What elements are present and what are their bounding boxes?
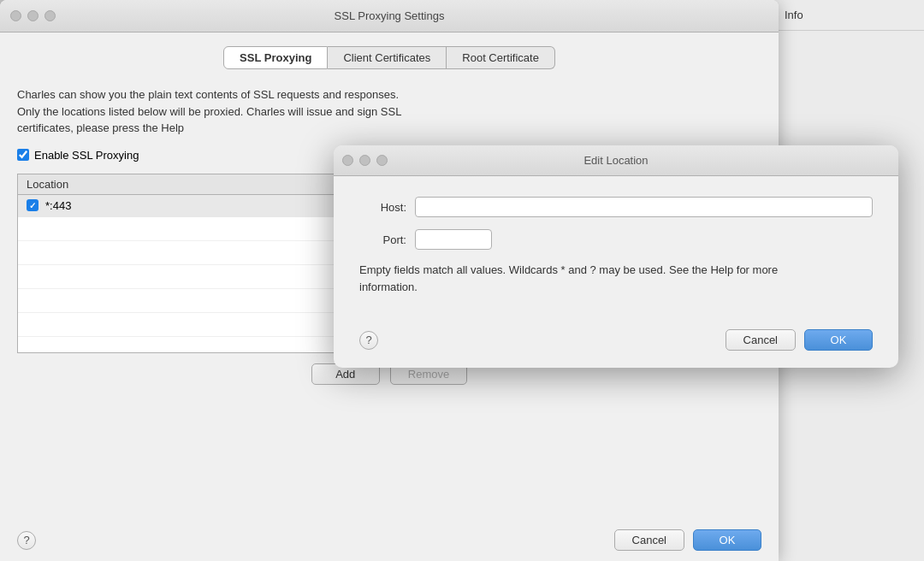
dialog-footer-buttons: Cancel OK [726,329,873,351]
minimize-button[interactable] [27,10,38,21]
dialog-close-button[interactable] [342,155,353,166]
dialog-maximize-button[interactable] [376,155,388,166]
tab-client-certificates[interactable]: Client Certificates [328,46,447,69]
dialog-traffic-lights [342,155,388,166]
enable-ssl-label: Enable SSL Proxying [34,149,139,162]
port-input[interactable] [415,229,492,250]
dialog-minimize-button[interactable] [359,155,370,166]
dialog-title: Edit Location [583,154,648,167]
tab-ssl-proxying[interactable]: SSL Proxying [223,46,328,69]
row-checkbox[interactable] [27,199,38,211]
dialog-footer: ? Cancel OK [334,329,898,368]
dialog-cancel-button[interactable]: Cancel [726,329,796,351]
dialog-ok-button[interactable]: OK [804,329,873,351]
window-footer: ? Cancel OK [0,519,779,561]
window-titlebar: SSL Proxying Settings [0,0,779,32]
host-field-row: Host: [359,197,873,217]
ok-button[interactable]: OK [693,529,761,551]
traffic-lights [10,10,56,21]
host-label: Host: [359,201,406,214]
host-input[interactable] [415,197,873,217]
description-text: Charles can show you the plain text cont… [17,86,761,137]
row-value: *:443 [45,199,71,212]
tab-bar: SSL Proxying Client Certificates Root Ce… [17,46,761,69]
dialog-hint: Empty fields match all values. Wildcards… [359,262,873,295]
port-field-row: Port: [359,229,873,250]
port-label: Port: [359,233,406,246]
dialog-help-button[interactable]: ? [359,331,378,350]
maximize-button[interactable] [44,10,56,21]
cancel-button[interactable]: Cancel [614,529,684,551]
dialog-content: Host: Port: Empty fields match all value… [334,176,898,329]
tab-root-certificate[interactable]: Root Certificate [447,46,555,69]
dialog-titlebar: Edit Location [334,145,898,176]
enable-ssl-checkbox[interactable] [17,149,29,161]
window-title: SSL Proxying Settings [335,9,445,22]
footer-buttons: Cancel OK [614,529,761,551]
close-button[interactable] [10,10,21,21]
help-button[interactable]: ? [17,531,36,550]
edit-location-dialog[interactable]: Edit Location Host: Port: Empty fields m… [334,145,898,368]
info-panel-title: Info [771,0,924,31]
